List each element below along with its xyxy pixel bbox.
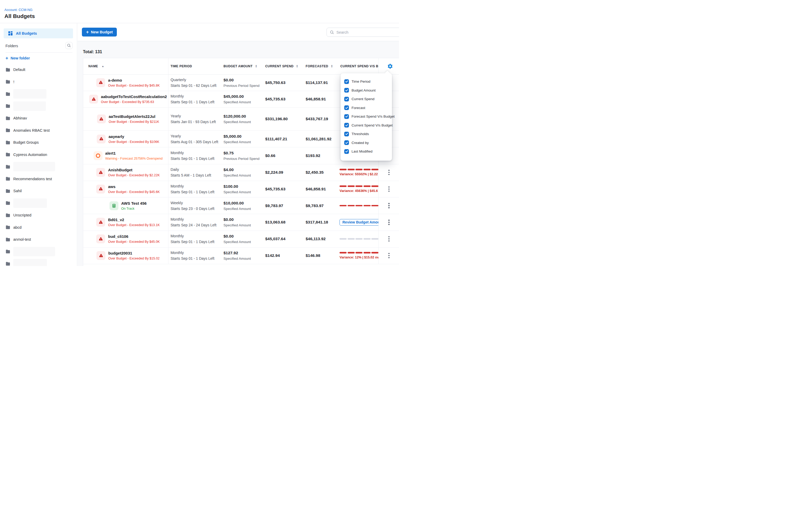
column-option-label: Forecast <box>352 106 365 110</box>
column-label: CURRENT SPEND <box>265 64 293 68</box>
folder-label: anmol-test <box>13 237 31 242</box>
row-menu-button[interactable] <box>387 201 391 210</box>
name-cell: budget20031 Over Budget - Exceeded By $1… <box>83 247 169 264</box>
budget-name-link[interactable]: AWS Test 456 <box>121 201 147 206</box>
sidebar-folder-redacted[interactable] <box>0 160 77 173</box>
variance-text: Variance: 45636% | $45.6 <box>340 189 378 193</box>
column-option-created-by[interactable]: Created by <box>344 138 392 147</box>
period-detail: Starts Sep 01 - 1 Days Left <box>171 156 222 160</box>
checkbox-checked-icon[interactable] <box>344 106 349 110</box>
sidebar-folder-redacted[interactable] <box>0 258 77 266</box>
search-input[interactable] <box>337 30 388 34</box>
column-option-budget-amount[interactable]: Budget Amount <box>344 86 392 95</box>
period-detail: Starts Sep 23 - 0 Days Left <box>171 207 222 211</box>
time-period-cell: Monthly Starts Sep 01 - 1 Days Left <box>169 181 222 197</box>
sidebar-item-all-budgets[interactable]: All Budgets <box>4 28 73 38</box>
forecasted-cell: $2,450.35 <box>304 164 338 181</box>
budget-name-link[interactable]: alert1 <box>106 151 163 155</box>
budget-name-link[interactable]: budget20031 <box>108 251 159 255</box>
column-header-budget-amount[interactable]: BUDGET AMOUNT ▲▼ <box>222 58 263 74</box>
budget-name-link[interactable]: aayearly <box>109 134 159 139</box>
column-header-current-spend[interactable]: CURRENT SPEND ▲▼ <box>263 58 304 74</box>
column-option-forecast[interactable]: Forecast <box>344 103 392 112</box>
sidebar-folder-budget-groups[interactable]: Budget Groups <box>0 136 77 149</box>
budget-status: Over Budget - Exceeded By $106K <box>109 140 159 144</box>
sidebar-folder-redacted[interactable] <box>0 100 77 112</box>
spend-vs-budget-bar <box>340 252 378 253</box>
folder-list: Default ! Abhinav Anomalies RBAC test <box>0 64 77 266</box>
sidebar-folder-anmol-test[interactable]: anmol-test <box>0 233 77 246</box>
new-budget-button[interactable]: + New Budget <box>82 27 117 37</box>
new-folder-label: New folder <box>11 56 30 60</box>
column-label: CURRENT SPEND V/S BUDGET <box>340 64 378 68</box>
budget-name-link[interactable]: AnishBudget <box>108 168 159 172</box>
column-header-time-period: TIME PERIOD <box>169 58 222 74</box>
column-option-current-spend[interactable]: Current Spend <box>344 95 392 103</box>
sort-icon: ▲▼ <box>255 65 257 68</box>
column-option-label: Current Spend V/s Budget <box>352 124 393 127</box>
folders-label: Folders <box>5 44 18 48</box>
column-header-forecasted[interactable]: FORECASTED ▲▼ <box>304 58 338 74</box>
current-spend-cell: $331,196.80 <box>263 108 304 131</box>
checkbox-checked-icon[interactable] <box>344 114 349 119</box>
row-menu-button[interactable] <box>387 168 391 177</box>
budget-amount: $4.00 <box>224 167 263 172</box>
forecasted-cell: $46,858.91 <box>304 91 338 108</box>
checkbox-checked-icon[interactable] <box>344 132 349 136</box>
current-spend-cell: $2,224.09 <box>263 164 304 181</box>
sidebar-folder-redacted[interactable] <box>0 88 77 100</box>
checkbox-checked-icon[interactable] <box>344 97 349 101</box>
name-cell: AWS Test 456 On Track <box>83 197 169 214</box>
budget-name-link[interactable]: bud_cli106 <box>108 234 159 239</box>
budget-amount-cell: $5,000.00 Specified Amount <box>222 131 263 147</box>
sidebar-folder-redacted[interactable] <box>0 246 77 258</box>
budget-name-link[interactable]: a-demo <box>108 78 159 82</box>
column-option-thresholds[interactable]: Thresholds <box>344 130 392 138</box>
account-breadcrumb-link[interactable]: Account: CCM-NG <box>4 8 33 12</box>
column-settings-button[interactable] <box>387 63 394 70</box>
checkbox-checked-icon[interactable] <box>344 79 349 84</box>
row-menu-button[interactable] <box>387 185 391 193</box>
checkbox-checked-icon[interactable] <box>344 88 349 93</box>
budget-name-link[interactable]: Bd01_v2 <box>108 217 159 222</box>
column-settings-popover: Time Period Budget Amount Current Spend … <box>341 73 392 160</box>
budget-name-link[interactable]: aabudgetToTestCostRecalculation2 <box>101 94 167 99</box>
budget-status: Warning - Forecast 25756% Overspend <box>106 157 163 160</box>
folder-icon <box>5 153 10 156</box>
sidebar-folder-unscripted[interactable]: Unscripted <box>0 209 77 222</box>
grid-icon <box>8 31 13 36</box>
sidebar-folder-anomalies-rbac-test[interactable]: Anomalies RBAC test <box>0 125 77 137</box>
forecasted-amount: $2,450.35 <box>306 170 338 175</box>
folder-label: Sahil <box>13 189 22 193</box>
column-option-last-modified[interactable]: Last Modified <box>344 147 392 156</box>
column-option-current-spend-v-s-budget[interactable]: Current Spend V/s Budget <box>344 121 392 130</box>
sidebar-folder-recommendations-test[interactable]: Recommendations test <box>0 173 77 185</box>
sidebar-folder-sahil[interactable]: Sahil <box>0 185 77 197</box>
new-folder-button[interactable]: + New folder <box>5 56 30 60</box>
column-header-name[interactable]: NAME ▲ <box>83 58 169 74</box>
row-menu-button[interactable] <box>387 251 391 260</box>
folder-icon <box>5 189 10 193</box>
checkbox-checked-icon[interactable] <box>344 123 349 128</box>
sidebar-folder-item[interactable]: ! <box>0 76 77 88</box>
budget-name-link[interactable]: aaTestBudgetAlerts22Jul <box>109 114 159 119</box>
row-menu-button[interactable] <box>387 218 391 227</box>
sidebar-folder-abhinav[interactable]: Abhinav <box>0 112 77 125</box>
checkbox-checked-icon[interactable] <box>344 149 349 154</box>
sidebar-folder-default[interactable]: Default <box>0 64 77 76</box>
sidebar-folder-abcd[interactable]: abcd <box>0 222 77 234</box>
checkbox-checked-icon[interactable] <box>344 140 349 145</box>
sidebar-divider <box>5 52 73 53</box>
folder-search-button[interactable] <box>65 42 73 49</box>
review-budget-amount-button[interactable]: Review Budget Amount <box>340 219 378 226</box>
row-menu-button[interactable] <box>387 235 391 243</box>
time-period-cell: Monthly Starts Sep 01 - 1 Days Left <box>169 247 222 264</box>
time-period-cell: Quarterly Starts Sep 01 - 62 Days Left <box>169 75 222 91</box>
column-option-forecast-spend-v-s-budget[interactable]: Forecast Spend V/s Budget <box>344 112 392 121</box>
column-option-time-period[interactable]: Time Period <box>344 77 392 86</box>
sidebar-folder-cypress-automation[interactable]: Cypress Automation <box>0 149 77 161</box>
sidebar-folder-redacted[interactable] <box>0 197 77 209</box>
period-type: Monthly <box>171 217 222 222</box>
budget-name-link[interactable]: aws <box>108 184 159 189</box>
sidebar: All Budgets Folders + New folder Default… <box>0 23 77 266</box>
